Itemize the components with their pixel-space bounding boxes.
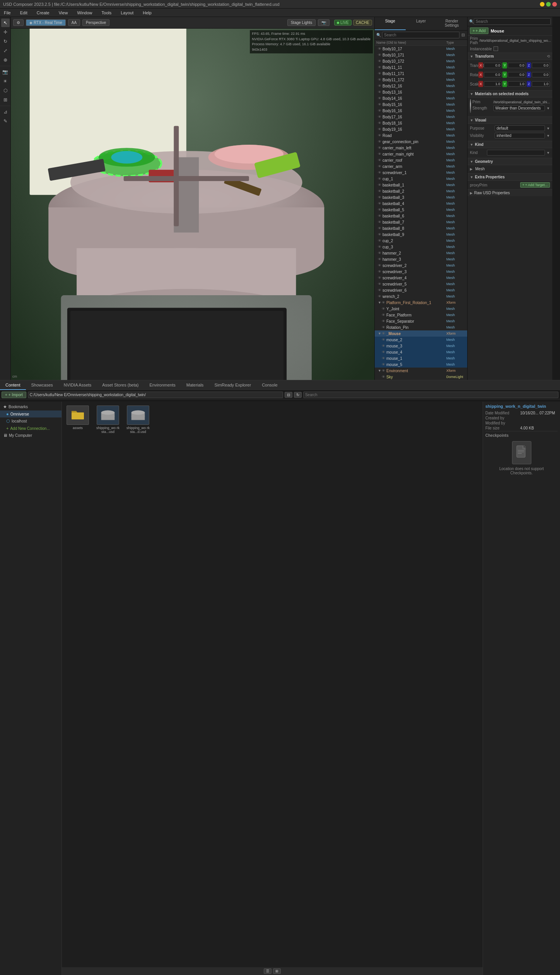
aa-button[interactable]: AA xyxy=(68,19,80,26)
eye-icon[interactable]: 👁 xyxy=(378,276,382,280)
tree-item-body15_16[interactable]: 👁 Body15_16 Mesh xyxy=(375,101,467,108)
tree-item-mouse3[interactable]: 👁 mouse_3 Mesh xyxy=(375,343,467,349)
tab-stage[interactable]: Stage xyxy=(375,17,406,30)
menu-window[interactable]: Window xyxy=(75,10,94,16)
tree-item-body10_172[interactable]: 👁 Body10_172 Mesh xyxy=(375,58,467,64)
eye-icon[interactable]: 👁 xyxy=(378,226,382,230)
transform-section-header[interactable]: ▼ Transform ⟲ xyxy=(468,53,552,60)
tree-item-body10_171[interactable]: 👁 Body10_171 Mesh xyxy=(375,52,467,58)
extra-props-header[interactable]: ▼ Extra Properties xyxy=(468,173,552,181)
tab-simready[interactable]: SimReady Explorer xyxy=(209,381,256,390)
rotate-y-input[interactable] xyxy=(508,72,526,77)
eye-icon[interactable]: 👁 xyxy=(378,288,382,292)
tab-content[interactable]: Content xyxy=(0,381,26,390)
tree-item-basketball9[interactable]: 👁 basketball_9 Mesh xyxy=(375,231,467,238)
file-item-usd1[interactable]: shipping_wo rksta...usd xyxy=(94,404,121,435)
import-button[interactable]: + + Import xyxy=(2,392,26,398)
refresh-button[interactable]: ↻ xyxy=(294,392,302,398)
eye-icon[interactable]: 👁 xyxy=(378,171,382,174)
viewport[interactable]: ⚙ ◈ RTX - Real Time AA Perspective Stage… xyxy=(11,17,374,380)
maximize-button[interactable] xyxy=(546,2,551,7)
eye-icon[interactable]: 👁 xyxy=(378,183,382,187)
eye-icon[interactable]: 👁 xyxy=(382,369,386,373)
eye-icon[interactable]: 👁 xyxy=(378,127,382,131)
tab-materials[interactable]: Materials xyxy=(181,381,209,390)
eye-icon[interactable]: 👁 xyxy=(378,109,382,113)
tree-item-platform-first-rotation[interactable]: ▼ 👁 Platform_First_Rotation_1 Xform xyxy=(375,299,467,306)
eye-icon[interactable]: 👁 xyxy=(382,350,386,354)
tree-item-mouse2[interactable]: 👁 mouse_2 Mesh xyxy=(375,337,467,343)
tree-item-carrier-roof[interactable]: 👁 carrier_roof Mesh xyxy=(375,157,467,163)
tree-item-screwdriver6[interactable]: 👁 screwdriver_6 Mesh xyxy=(375,287,467,293)
stage-lights-button[interactable]: Stage Lights xyxy=(287,19,316,26)
tree-item-body10_17[interactable]: 👁 Body10_17 Mesh xyxy=(375,46,467,52)
eye-icon[interactable]: 👁 xyxy=(378,177,382,181)
tree-item-basketball4[interactable]: 👁 basketball_4 Mesh xyxy=(375,200,467,207)
close-button[interactable] xyxy=(552,2,557,7)
translate-x-input[interactable] xyxy=(484,63,502,68)
rotate-tool[interactable]: ↻ xyxy=(1,37,10,46)
eye-icon[interactable]: 👁 xyxy=(378,239,382,243)
instanceable-checkbox[interactable] xyxy=(493,46,498,51)
tree-item-mouse[interactable]: ▼ 👁 _Mouse Xform xyxy=(375,330,467,337)
tree-item-body11_171[interactable]: 👁 Body11_171 Mesh xyxy=(375,70,467,77)
tree-item-basketball2[interactable]: 👁 basketball_2 Mesh xyxy=(375,188,467,194)
tree-item-carrier-main-right[interactable]: 👁 carrier_main_right Mesh xyxy=(375,151,467,157)
menu-edit[interactable]: Edit xyxy=(18,10,30,16)
tab-asset-stores[interactable]: Asset Stores (beta) xyxy=(97,381,144,390)
tree-item-carrier-main-left[interactable]: 👁 carrier_main_left Mesh xyxy=(375,145,467,151)
rotate-z-input[interactable] xyxy=(532,72,550,77)
expand-arrow[interactable]: ▼ xyxy=(378,369,382,373)
eye-icon[interactable]: 👁 xyxy=(378,245,382,249)
eye-icon[interactable]: 👁 xyxy=(378,195,382,199)
eye-icon[interactable]: 👁 xyxy=(382,319,386,323)
scale-z-input[interactable] xyxy=(532,81,550,87)
search-input[interactable] xyxy=(303,392,558,398)
kind-select[interactable]: model component assembly xyxy=(487,150,545,156)
menu-layout[interactable]: Layout xyxy=(118,10,136,16)
tree-item-mouse1[interactable]: 👁 mouse_1 Mesh xyxy=(375,355,467,361)
menu-tools[interactable]: Tools xyxy=(99,10,114,16)
tree-item-screwdriver2[interactable]: 👁 screwdriver_2 Mesh xyxy=(375,262,467,269)
tree-item-cup3[interactable]: 👁 cup_3 Mesh xyxy=(375,244,467,250)
camera-icon-button[interactable]: 📷 xyxy=(318,19,330,26)
add-prim-button[interactable]: + + Add xyxy=(470,27,488,34)
physics-tool[interactable]: ⬡ xyxy=(1,86,10,95)
perspective-button[interactable]: Perspective xyxy=(82,19,109,26)
scale-x-input[interactable] xyxy=(484,81,502,87)
eye-icon[interactable]: 👁 xyxy=(378,53,382,57)
tree-item-cup2[interactable]: 👁 cup_2 Mesh xyxy=(375,238,467,244)
tab-render-settings[interactable]: Render Settings xyxy=(436,17,467,30)
filter-button[interactable]: ⊟ xyxy=(461,32,466,38)
file-item-usd2[interactable]: shipping_wo rksta...d.usd xyxy=(125,404,152,435)
cache-badge[interactable]: CACHE xyxy=(353,20,372,26)
materials-section-header[interactable]: ▼ Materials on selected models xyxy=(468,90,552,98)
tree-item-basketball3[interactable]: 👁 basketball_3 Mesh xyxy=(375,194,467,200)
tree-item-basketball6[interactable]: 👁 basketball_6 Mesh xyxy=(375,213,467,219)
menu-file[interactable]: File xyxy=(2,10,13,16)
eye-icon[interactable]: 👁 xyxy=(378,214,382,218)
stage-tree[interactable]: 👁 Body10_17 Mesh 👁 Body10_171 Mesh 👁 Bod… xyxy=(375,46,467,380)
menu-create[interactable]: Create xyxy=(34,10,52,16)
tree-item-mouse5[interactable]: 👁 mouse_5 Mesh xyxy=(375,361,467,368)
tree-item-carrier-arm[interactable]: 👁 carrier_arm Mesh xyxy=(375,163,467,169)
annotation-tool[interactable]: ✎ xyxy=(1,117,10,125)
eye-icon[interactable]: 👁 xyxy=(382,301,386,304)
transform-tool[interactable]: ⊕ xyxy=(1,56,10,64)
tree-item-hammer2[interactable]: 👁 hammer_2 Mesh xyxy=(375,250,467,256)
tree-item-environment[interactable]: ▼ 👁 Environment Xform xyxy=(375,368,467,374)
eye-icon[interactable]: 👁 xyxy=(378,270,382,274)
tree-item-screwdriver1[interactable]: 👁 screwdriver_1 Mesh xyxy=(375,169,467,176)
stage-search-input[interactable] xyxy=(382,32,459,38)
tree-item-body16_16[interactable]: 👁 Body16_16 Mesh xyxy=(375,108,467,114)
tab-console[interactable]: Console xyxy=(256,381,283,390)
tab-layer[interactable]: Layer xyxy=(406,17,437,30)
filter-button[interactable]: ⊟ xyxy=(285,392,292,398)
tree-item-screwdriver4[interactable]: 👁 screwdriver_4 Mesh xyxy=(375,275,467,281)
tab-nvidia-assets[interactable]: NVIDIA Assets xyxy=(58,381,97,390)
sidebar-localhost[interactable]: ⬡ localhost xyxy=(0,417,61,425)
tree-item-screwdriver3[interactable]: 👁 screwdriver_3 Mesh xyxy=(375,269,467,275)
eye-icon[interactable]: 👁 xyxy=(382,307,386,311)
eye-icon[interactable]: 👁 xyxy=(378,78,382,82)
mesh-expand-icon[interactable]: ▶ xyxy=(470,167,473,171)
